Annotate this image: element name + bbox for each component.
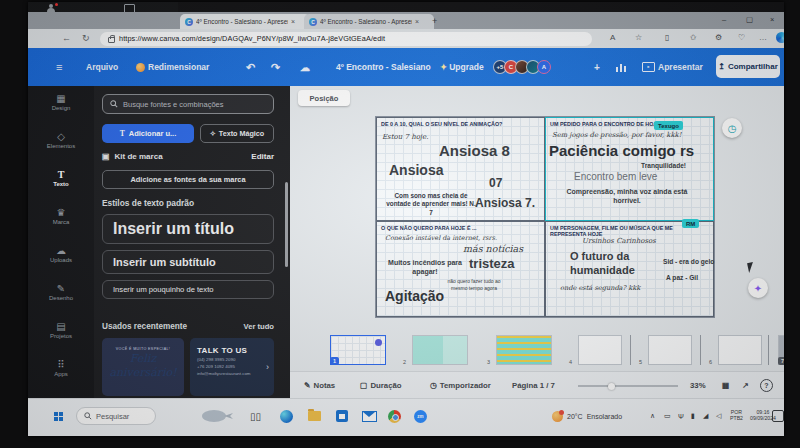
add-collaborator-icon[interactable]: + (594, 48, 600, 86)
sidebar-item-brand[interactable]: ♛Marca (28, 206, 94, 240)
mail-icon[interactable] (362, 399, 377, 433)
history-button[interactable]: ◷ (722, 118, 742, 138)
collections-icon[interactable]: ✩ (690, 33, 697, 42)
avatar[interactable]: A (537, 60, 551, 74)
collaborator-avatars[interactable]: +5 C A (496, 48, 551, 86)
page-indicator[interactable]: Página 1 / 7 (512, 372, 555, 399)
laptop-icon[interactable]: ▭ (664, 399, 672, 433)
design-text[interactable]: Sid - era do gelo (663, 258, 714, 265)
edge-taskbar-icon[interactable] (280, 399, 293, 433)
sidebar-item-elements[interactable]: ◇Elementos (28, 130, 94, 164)
page-thumbnail-6[interactable]: 6 (718, 335, 762, 365)
design-text[interactable]: Muitos incêndios para apagar! (387, 258, 463, 276)
design-text[interactable]: Ansiosa 7. (475, 196, 535, 210)
design-text[interactable]: Agitação (385, 288, 444, 304)
sidebar-item-uploads[interactable]: ☁Uploads (28, 244, 94, 278)
extensions-icon[interactable]: ⚙ (715, 33, 722, 42)
insert-subtitle-button[interactable]: Inserir um subtítulo (102, 250, 274, 274)
close-tab-icon[interactable]: × (415, 18, 419, 25)
zoom-slider[interactable] (578, 385, 678, 387)
language-indicator[interactable]: PORPTB2 (730, 399, 743, 433)
copilot-icon[interactable] (776, 32, 784, 43)
design-text[interactable]: tristeza (469, 256, 515, 271)
edit-brand-kit-link[interactable]: Editar (251, 152, 274, 161)
font-search-input[interactable]: Busque fontes e combinações (102, 94, 274, 114)
volume-icon[interactable]: ◁ (716, 399, 722, 433)
design-text[interactable]: Tranquilidade! (641, 162, 686, 169)
insights-chart-icon[interactable] (616, 48, 626, 86)
add-text-button[interactable]: T Adicionar u... (102, 124, 194, 143)
design-text[interactable]: 07 (489, 176, 502, 190)
insert-title-button[interactable]: Inserir um título (102, 214, 274, 244)
quadrant-header[interactable]: UM PERSONAGEM, FILME OU MÚSICA QUE ME RE… (550, 225, 690, 237)
insert-body-text-button[interactable]: Inserir um pouquinho de texto (102, 280, 274, 299)
present-button[interactable]: ▸ Apresentar (642, 48, 703, 86)
template-card-talk-to-us[interactable]: TALK TO US (04) 298 3985 2090 +76 209 10… (190, 338, 274, 396)
more-options-icon[interactable]: … (759, 33, 767, 42)
url-field[interactable]: https://www.canva.com/design/DAGQAv_P6NY… (100, 32, 592, 46)
design-text[interactable]: Ansiosa (389, 162, 443, 178)
maximize-window-button[interactable]: ▢ (746, 15, 753, 24)
notes-button[interactable]: ✎ Notas (304, 372, 335, 399)
redo-icon[interactable]: ↷ (271, 48, 280, 86)
taskbar-search[interactable]: Pesquisar (76, 407, 156, 425)
page-thumbnail-3[interactable]: 3 (496, 335, 552, 365)
notification-center-icon[interactable] (772, 399, 784, 433)
favorites-icon[interactable]: ☆ (635, 33, 642, 42)
quadrant-header[interactable]: UM PEDIDO PARA O ENCONTRO DE HOJE ... (550, 121, 708, 127)
sidebar-icon[interactable]: ▯ (665, 33, 669, 42)
design-text[interactable]: Encontro bem leve (574, 171, 657, 182)
position-button[interactable]: Posição (298, 90, 350, 106)
back-icon[interactable]: ← (62, 33, 71, 43)
document-title[interactable]: 4º Encontro - Salesiano (336, 48, 431, 86)
chevron-right-icon[interactable]: › (266, 362, 269, 372)
read-aloud-icon[interactable]: A (610, 33, 615, 42)
design-text[interactable]: Sem jogos de pressão, por favor, kkk! (552, 131, 681, 139)
sidebar-item-text[interactable]: TTexto (28, 168, 94, 202)
weather-widget[interactable]: 20°C Ensolarado (552, 399, 622, 433)
file-explorer-icon[interactable] (308, 399, 321, 433)
new-tab-button[interactable]: + (432, 16, 437, 26)
fullscreen-icon[interactable]: ↗ (742, 372, 749, 399)
quadrant-header[interactable]: O QUE NÃO QUERO PARA HOJE É ... (381, 225, 539, 231)
design-text[interactable]: O futuro da humanidade (570, 250, 662, 278)
timer-button[interactable]: ◷ Temporizador (430, 372, 491, 399)
sidebar-item-projects[interactable]: ▤Projetos (28, 320, 94, 354)
resize-button[interactable]: Redimensionar (136, 48, 209, 86)
page-thumbnail-4[interactable]: 4 (578, 335, 622, 365)
close-window-button[interactable]: × (770, 15, 774, 24)
zoom-level[interactable]: 33% (690, 372, 706, 399)
file-menu-button[interactable]: Arquivo (86, 48, 118, 86)
mic-icon[interactable]: Ψ (678, 399, 685, 433)
quadrant-header[interactable]: DE 0 A 10, QUAL O SEU NÍVEL DE ANIMAÇÃO? (381, 121, 539, 127)
panel-scrollbar[interactable] (285, 182, 288, 267)
undo-icon[interactable]: ↶ (246, 48, 255, 86)
battery-icon[interactable]: ▮ (691, 399, 696, 433)
design-text[interactable]: não quero fazer tudo ao mesmo tempo agor… (439, 278, 509, 291)
design-text[interactable]: Conexão instável da internet, rsrs. (385, 234, 497, 242)
sidebar-item-apps[interactable]: ⠿Apps (28, 358, 94, 392)
refresh-icon[interactable]: ↻ (82, 33, 90, 43)
close-tab-icon[interactable]: × (291, 18, 295, 25)
grid-view-icon[interactable]: ▦ (722, 372, 729, 399)
task-view-icon[interactable]: ▯▯ (250, 399, 261, 433)
page-thumbnail-7[interactable]: 7 ∅ (778, 335, 784, 365)
design-text[interactable]: onde está segunda? kkk (560, 284, 640, 292)
add-brand-fonts-button[interactable]: Adicione as fontes da sua marca (102, 170, 274, 189)
browser-tab-2[interactable]: C 4º Encontro - Salesiano - Apresen × (304, 14, 434, 29)
quadrant-dont-want-today[interactable]: O QUE NÃO QUERO PARA HOJE É ... Conexão … (376, 221, 545, 317)
design-text[interactable]: Compreensão, minha voz ainda está horrív… (564, 187, 690, 205)
quadrant-character-movie-song[interactable]: UM PERSONAGEM, FILME OU MÚSICA QUE ME RE… (545, 221, 714, 317)
duration-button[interactable]: ▢ Duração (360, 372, 402, 399)
assistant-button[interactable]: ✦ (748, 278, 768, 298)
page-thumbnail-2[interactable]: 2 (412, 335, 468, 365)
quadrant-request-today[interactable]: UM PEDIDO PARA O ENCONTRO DE HOJE ... Se… (545, 117, 714, 221)
design-text[interactable]: Paciência comigo rs (549, 142, 694, 159)
sidebar-item-design[interactable]: ▦Design (28, 92, 94, 126)
sidebar-item-draw[interactable]: ✎Desenho (28, 282, 94, 316)
design-text[interactable]: más notícias (463, 243, 523, 254)
quadrant-animation-level[interactable]: DE 0 A 10, QUAL O SEU NÍVEL DE ANIMAÇÃO?… (376, 117, 545, 221)
see-all-link[interactable]: Ver tudo (244, 322, 274, 331)
design-text[interactable]: Ursinhos Carinhosos (582, 237, 656, 245)
chrome-icon[interactable] (388, 399, 401, 433)
